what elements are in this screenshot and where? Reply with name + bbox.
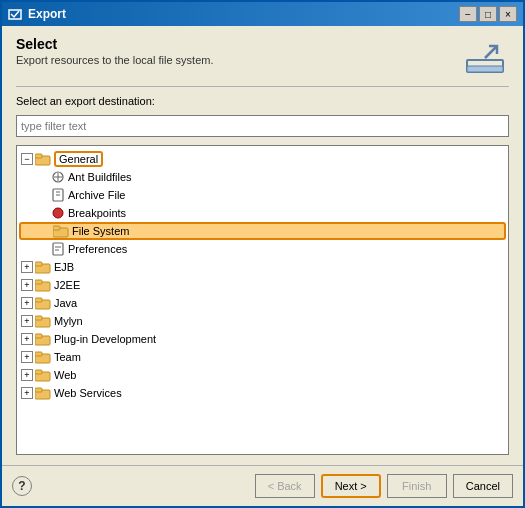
minimize-button[interactable]: − — [459, 6, 477, 22]
title-bar-left: Export — [8, 7, 66, 21]
footer-left: ? — [12, 476, 32, 496]
next-button[interactable]: Next > — [321, 474, 381, 498]
folder-open-icon — [35, 153, 51, 166]
collapse-icon[interactable]: − — [21, 153, 33, 165]
filter-input[interactable] — [16, 115, 509, 137]
ant-buildfiles-label: Ant Buildfiles — [68, 171, 132, 183]
svg-rect-23 — [35, 298, 42, 302]
folder-plugin-dev-icon — [35, 333, 51, 346]
folder-java-icon — [35, 297, 51, 310]
expand-web-services-icon[interactable]: + — [21, 387, 33, 399]
tree-item-general[interactable]: − General — [19, 150, 506, 168]
ant-icon — [51, 170, 65, 184]
team-label: Team — [54, 351, 81, 363]
window-icon — [8, 7, 22, 21]
footer-section: ? < Back Next > Finish Cancel — [2, 465, 523, 506]
help-button[interactable]: ? — [12, 476, 32, 496]
tree-item-java[interactable]: + Java — [19, 294, 506, 312]
file-system-label: File System — [72, 225, 129, 237]
header-section: Select Export resources to the local fil… — [16, 36, 509, 87]
breakpoints-icon — [51, 206, 65, 220]
tree-item-ant-buildfiles[interactable]: Ant Buildfiles — [19, 168, 506, 186]
mylyn-label: Mylyn — [54, 315, 83, 327]
filter-label: Select an export destination: — [16, 95, 509, 107]
svg-rect-25 — [35, 316, 42, 320]
archive-file-label: Archive File — [68, 189, 125, 201]
folder-j2ee-icon — [35, 279, 51, 292]
tree-item-breakpoints[interactable]: Breakpoints — [19, 204, 506, 222]
maximize-button[interactable]: □ — [479, 6, 497, 22]
preferences-icon — [51, 242, 65, 256]
tree-item-ejb[interactable]: + EJB — [19, 258, 506, 276]
folder-mylyn-icon — [35, 315, 51, 328]
svg-rect-31 — [35, 370, 42, 374]
svg-line-3 — [485, 46, 497, 58]
svg-rect-15 — [53, 243, 63, 255]
ejb-label: EJB — [54, 261, 74, 273]
svg-rect-5 — [35, 154, 42, 158]
title-controls: − □ × — [459, 6, 517, 22]
expand-web-icon[interactable]: + — [21, 369, 33, 381]
svg-rect-29 — [35, 352, 42, 356]
tree-item-file-system[interactable]: File System — [19, 222, 506, 240]
expand-j2ee-icon[interactable]: + — [21, 279, 33, 291]
tree-container[interactable]: − General Ant Buildfiles — [16, 145, 509, 455]
expand-java-icon[interactable]: + — [21, 297, 33, 309]
plugin-dev-label: Plug-in Development — [54, 333, 156, 345]
svg-rect-21 — [35, 280, 42, 284]
export-dialog: Export − □ × Select Export resources to … — [0, 0, 525, 508]
archive-icon — [51, 188, 65, 202]
footer-right: < Back Next > Finish Cancel — [255, 474, 513, 498]
tree-item-archive-file[interactable]: Archive File — [19, 186, 506, 204]
folder-team-icon — [35, 351, 51, 364]
breakpoints-label: Breakpoints — [68, 207, 126, 219]
export-icon — [463, 38, 507, 78]
tree-item-web[interactable]: + Web — [19, 366, 506, 384]
j2ee-label: J2EE — [54, 279, 80, 291]
tree-item-j2ee[interactable]: + J2EE — [19, 276, 506, 294]
back-button[interactable]: < Back — [255, 474, 315, 498]
svg-rect-14 — [53, 226, 60, 230]
finish-button[interactable]: Finish — [387, 474, 447, 498]
content-area: Select Export resources to the local fil… — [2, 26, 523, 465]
header-text: Select Export resources to the local fil… — [16, 36, 213, 66]
general-label[interactable]: General — [54, 151, 103, 167]
expand-plugin-dev-icon[interactable]: + — [21, 333, 33, 345]
tree-item-web-services[interactable]: + Web Services — [19, 384, 506, 402]
folder-web-services-icon — [35, 387, 51, 400]
dialog-title: Select — [16, 36, 213, 52]
svg-rect-33 — [35, 388, 42, 392]
java-label: Java — [54, 297, 77, 309]
folder-icon-file-system — [53, 225, 69, 238]
header-icon-area — [461, 36, 509, 80]
web-services-label: Web Services — [54, 387, 122, 399]
close-button[interactable]: × — [499, 6, 517, 22]
svg-rect-2 — [467, 66, 503, 72]
tree-item-preferences[interactable]: Preferences — [19, 240, 506, 258]
tree-item-mylyn[interactable]: + Mylyn — [19, 312, 506, 330]
folder-web-icon — [35, 369, 51, 382]
web-label: Web — [54, 369, 76, 381]
title-bar: Export − □ × — [2, 2, 523, 26]
tree-item-team[interactable]: + Team — [19, 348, 506, 366]
preferences-label: Preferences — [68, 243, 127, 255]
expand-ejb-icon[interactable]: + — [21, 261, 33, 273]
svg-point-12 — [53, 208, 63, 218]
tree-item-plugin-dev[interactable]: + Plug-in Development — [19, 330, 506, 348]
window-title: Export — [28, 7, 66, 21]
folder-ejb-icon — [35, 261, 51, 274]
dialog-subtitle: Export resources to the local file syste… — [16, 54, 213, 66]
svg-rect-27 — [35, 334, 42, 338]
svg-rect-19 — [35, 262, 42, 266]
expand-team-icon[interactable]: + — [21, 351, 33, 363]
cancel-button[interactable]: Cancel — [453, 474, 513, 498]
expand-mylyn-icon[interactable]: + — [21, 315, 33, 327]
